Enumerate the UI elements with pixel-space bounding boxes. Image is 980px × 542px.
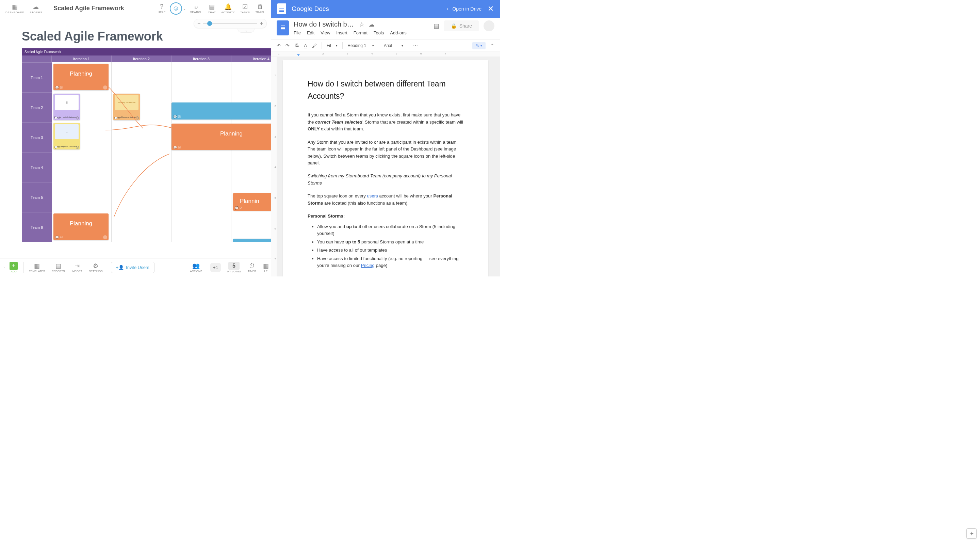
cell-r4c3[interactable]	[172, 152, 231, 182]
gdocs-app-icon[interactable]: ≣	[277, 21, 289, 35]
cell-r2c4[interactable]: Phase 💬 ☑	[231, 92, 271, 122]
tasks-button[interactable]: ☑TASKS	[237, 2, 253, 15]
redo-icon[interactable]: ↷	[285, 43, 290, 48]
star-icon[interactable]: ☆	[359, 21, 364, 28]
zoom-select[interactable]: Fit▾	[327, 43, 337, 48]
templates-button[interactable]: ▦TEMPLATES	[25, 261, 48, 274]
doc-paragraph[interactable]: Any Storm that you are invited to or are…	[308, 139, 463, 167]
spellcheck-icon[interactable]: A̲	[304, 43, 307, 48]
doc-heading[interactable]: How do I switch between different Team A…	[308, 78, 463, 102]
expand-tab[interactable]: ›	[2, 266, 6, 269]
cell-r3c4[interactable]: Planning 💬 ☑	[231, 122, 271, 152]
cell-r3c1[interactable]: ▭ Storm Report - 2021-Mar... 💬 ☑ ✓	[52, 122, 111, 152]
activity-button[interactable]: 🔔ACTIVITY	[218, 2, 237, 15]
planning-card-1[interactable]: Planning 💬 ☑	[53, 64, 108, 90]
doc-thumb-2[interactable]: Marketing Presentation New Document.slid…	[113, 94, 140, 120]
actions-button[interactable]: 👥ACTIONS	[187, 261, 206, 274]
storms-button[interactable]: ☁STORMS	[27, 2, 45, 15]
more-icon[interactable]: ⋯	[413, 43, 418, 48]
font-select[interactable]: Arial▾	[384, 43, 403, 48]
list-item[interactable]: Allow you and up to 4 other users collab…	[317, 223, 463, 237]
cell-r4c4[interactable]	[231, 152, 271, 182]
cell-r4c2[interactable]	[111, 152, 172, 182]
trash-button[interactable]: 🗑TRASH	[253, 2, 268, 15]
collapse-toolbar-icon[interactable]: ⌃	[490, 43, 495, 48]
cell-r1c4[interactable]	[231, 62, 271, 92]
cloud-saved-icon[interactable]: ☁	[369, 21, 375, 28]
cell-r5c3[interactable]	[172, 182, 231, 212]
list-item[interactable]: You can have up to 5 personal Storms ope…	[317, 239, 463, 245]
document-area[interactable]: 1 2 3 4 5 6 7 How do I switch between di…	[271, 57, 500, 276]
cell-r4c1[interactable]	[52, 152, 111, 182]
cell-r6c3[interactable]	[172, 212, 231, 242]
planning-card-2[interactable]: Planning 💬 ☑	[172, 124, 271, 150]
help-button[interactable]: ?HELP	[155, 2, 169, 15]
doc-thumb-1[interactable]: ≣ How do I switch between ... 💬 ☑ ✓	[53, 94, 80, 120]
share-button[interactable]: 🔒Share	[444, 21, 479, 31]
cell-r6c1[interactable]: Planning 💬 ☑	[52, 212, 111, 242]
zoom-in-button[interactable]: +	[260, 21, 263, 27]
menu-addons[interactable]: Add-ons	[390, 30, 406, 35]
user-menu-chevron[interactable]: ⌄	[183, 6, 186, 11]
open-in-drive-link[interactable]: Open in Drive	[452, 6, 482, 11]
cell-r5c1[interactable]	[52, 182, 111, 212]
votes-button[interactable]: 5MY VOTES	[224, 260, 244, 274]
zoom-slider[interactable]	[203, 23, 257, 24]
card-peek[interactable]	[233, 239, 271, 242]
add-button[interactable]: +ADD	[6, 260, 21, 274]
print-icon[interactable]: 🖶	[294, 43, 299, 48]
cell-r6c2[interactable]	[111, 212, 172, 242]
paint-format-icon[interactable]: 🖌	[312, 43, 317, 48]
phase-card[interactable]: Phase 💬 ☑	[172, 102, 271, 120]
pricing-link[interactable]: Pricing	[361, 263, 375, 268]
menu-format[interactable]: Format	[353, 30, 368, 35]
settings-button[interactable]: ⚙SETTINGS	[86, 261, 106, 274]
close-icon[interactable]: ✕	[488, 5, 494, 13]
doc-title[interactable]: How do I switch bet...	[294, 21, 355, 28]
collapse-zoom-tab[interactable]: ⌄	[237, 29, 255, 33]
cell-r5c4[interactable]: Plannin 💬 ☑	[231, 182, 271, 212]
users-link[interactable]: users	[367, 193, 378, 198]
menu-view[interactable]: View	[321, 30, 330, 35]
storm-title[interactable]: Scaled Agile Framework	[53, 5, 124, 12]
cell-r1c2[interactable]	[111, 62, 172, 92]
style-select[interactable]: Heading 1▾	[347, 43, 374, 48]
chat-button[interactable]: ▤CHAT	[205, 2, 218, 15]
list-item[interactable]: Have access to limited functionality (e.…	[317, 255, 463, 269]
cell-r1c3[interactable]	[172, 62, 231, 92]
zoom-thumb[interactable]	[207, 21, 212, 26]
undo-icon[interactable]: ↶	[277, 43, 281, 48]
menu-edit[interactable]: Edit	[307, 30, 314, 35]
cell-r3c2[interactable]	[111, 122, 172, 152]
cell-r1c1[interactable]: Planning 💬 ☑	[52, 62, 111, 92]
zoom-out-button[interactable]: −	[197, 21, 200, 27]
doc-paragraph[interactable]: The top square icon on every users accou…	[308, 193, 463, 207]
section-heading[interactable]: Additional Resources	[308, 275, 463, 276]
doc-thumb-3[interactable]: ▭ Storm Report - 2021-Mar... 💬 ☑ ✓	[53, 123, 80, 150]
planning-card-4[interactable]: Planning 💬 ☑	[53, 214, 108, 240]
dashboard-button[interactable]: ▦DASHBOARD	[3, 2, 27, 15]
doc-list[interactable]: Allow you and up to 4 other users collab…	[317, 223, 463, 269]
cell-r6c4[interactable]	[231, 212, 271, 242]
menu-tools[interactable]: Tools	[374, 30, 384, 35]
import-button[interactable]: ⇥IMPORT	[68, 261, 86, 274]
mode-button[interactable]: ✎▾	[472, 42, 485, 49]
plus-one-button[interactable]: +1	[210, 263, 221, 272]
reports-button[interactable]: ▤REPORTS	[48, 261, 68, 274]
cell-r5c2[interactable]	[111, 182, 172, 212]
user-avatar[interactable]: ☺	[170, 2, 182, 14]
indent-marker-left[interactable]	[297, 54, 300, 56]
legend-button[interactable]: ▦LE	[259, 261, 269, 274]
comments-icon[interactable]: ▤	[434, 22, 439, 30]
menu-insert[interactable]: Insert	[336, 30, 347, 35]
document-page[interactable]: How do I switch between different Team A…	[283, 60, 488, 276]
section-heading[interactable]: Personal Storms:	[308, 213, 463, 220]
list-item[interactable]: Have access to all of our templates	[317, 247, 463, 253]
board-grid[interactable]: Scaled Agile Framework Iteration 1 Itera…	[0, 48, 271, 276]
cell-r2c1[interactable]: ≣ How do I switch between ... 💬 ☑ ✓	[52, 92, 111, 122]
horizontal-ruler[interactable]: 1 2 3 4 5 6 7	[271, 51, 500, 57]
planning-card-3[interactable]: Plannin 💬 ☑	[233, 193, 271, 211]
avatar[interactable]	[484, 21, 495, 31]
invite-users-button[interactable]: +👤Invite Users	[111, 262, 154, 273]
vertical-ruler[interactable]: 1 2 3 4 5 6 7	[271, 57, 277, 276]
